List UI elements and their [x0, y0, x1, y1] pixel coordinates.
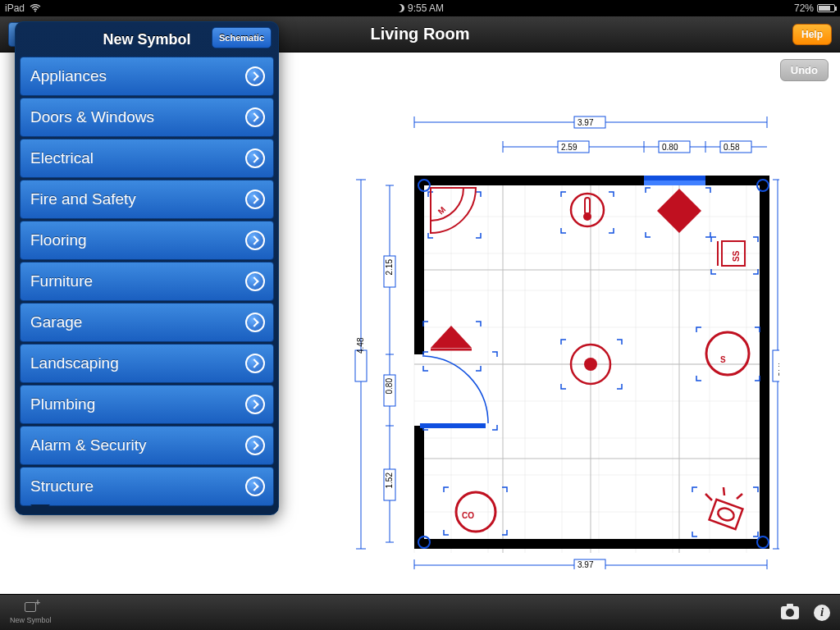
- svg-line-101: [705, 494, 712, 500]
- symbol-diamond-red[interactable]: [657, 189, 701, 233]
- schematic-button[interactable]: Schematic: [212, 27, 272, 48]
- chevron-right-icon: [245, 189, 265, 209]
- svg-rect-30: [414, 426, 424, 549]
- svg-point-88: [583, 212, 591, 221]
- svg-rect-33: [644, 176, 705, 180]
- svg-text:SS: SS: [732, 250, 741, 262]
- svg-rect-99: [710, 500, 743, 529]
- chevron-right-icon: [245, 477, 265, 496]
- chair-icon: [22, 600, 39, 615]
- page-title: Living Room: [370, 25, 469, 43]
- svg-text:0.80: 0.80: [385, 378, 394, 395]
- svg-text:CO: CO: [462, 511, 474, 520]
- camera-icon[interactable]: [781, 606, 799, 619]
- symbol-alarm[interactable]: [705, 487, 742, 529]
- category-furniture[interactable]: Furniture: [20, 262, 274, 301]
- chevron-right-icon: [245, 272, 265, 291]
- status-bar: iPad 9:55 AM 72%: [0, 0, 840, 16]
- svg-text:0.80: 0.80: [662, 143, 678, 152]
- clock: 9:55 AM: [408, 2, 444, 14]
- new-symbol-popover: New Symbol Schematic AppliancesDoors & W…: [15, 21, 279, 515]
- category-plumbing[interactable]: Plumbing: [20, 385, 274, 424]
- bottom-toolbar: New Symbol i: [0, 594, 840, 630]
- svg-rect-29: [414, 176, 424, 354]
- svg-line-102: [737, 494, 742, 499]
- popover-title: New Symbol Schematic: [16, 22, 278, 57]
- symbol-motion[interactable]: M: [431, 188, 476, 233]
- svg-point-94: [584, 358, 597, 371]
- chevron-right-icon: [245, 354, 265, 373]
- category-garage[interactable]: Garage: [20, 303, 274, 342]
- category-alarm-security[interactable]: Alarm & Security: [20, 426, 274, 465]
- svg-text:4.48: 4.48: [356, 337, 365, 354]
- svg-rect-87: [585, 198, 590, 214]
- new-symbol-button[interactable]: New Symbol: [10, 600, 52, 624]
- chevron-right-icon: [245, 66, 265, 86]
- svg-rect-31: [760, 176, 769, 549]
- svg-rect-65: [355, 350, 367, 381]
- wifi-icon: [30, 4, 41, 12]
- dnd-icon: [396, 4, 404, 12]
- battery-pct: 72%: [794, 2, 814, 14]
- svg-point-0: [34, 11, 36, 12]
- device-name: iPad: [5, 2, 25, 14]
- undo-button[interactable]: Undo: [780, 59, 829, 81]
- symbol-s[interactable]: S: [706, 332, 749, 375]
- category-landscaping[interactable]: Landscaping: [20, 344, 274, 383]
- floor-plan[interactable]: 3.97 2.59 0.80 0.58 3.97 4.48 4.48 2.15: [353, 110, 779, 569]
- svg-text:2.15: 2.15: [385, 259, 394, 276]
- category-list: AppliancesDoors & WindowsElectricalFire …: [20, 57, 274, 506]
- category-electrical[interactable]: Electrical: [20, 139, 274, 178]
- svg-text:2.59: 2.59: [561, 143, 578, 152]
- chevron-right-icon: [245, 313, 265, 332]
- chevron-right-icon: [245, 148, 265, 168]
- svg-rect-34: [644, 180, 705, 185]
- info-icon[interactable]: i: [814, 605, 830, 621]
- chevron-right-icon: [245, 231, 265, 250]
- svg-rect-32: [414, 539, 769, 549]
- svg-text:1.52: 1.52: [385, 472, 394, 489]
- category-fire-and-safety[interactable]: Fire and Safety: [20, 180, 274, 219]
- chevron-right-icon: [245, 107, 265, 127]
- svg-line-103: [724, 487, 724, 495]
- svg-text:0.58: 0.58: [724, 143, 740, 152]
- category-structure[interactable]: Structure: [20, 467, 274, 506]
- category-flooring[interactable]: Flooring: [20, 221, 274, 260]
- svg-text:M: M: [436, 205, 448, 217]
- svg-text:3.97: 3.97: [578, 560, 594, 569]
- svg-point-95: [706, 332, 749, 375]
- category-appliances[interactable]: Appliances: [20, 57, 274, 96]
- symbol-triangle[interactable]: [431, 326, 472, 349]
- battery-icon: [817, 4, 835, 12]
- chevron-right-icon: [245, 395, 265, 414]
- svg-rect-35: [420, 423, 486, 428]
- svg-text:4.48: 4.48: [777, 361, 779, 377]
- svg-point-100: [716, 506, 736, 523]
- svg-text:S: S: [720, 355, 726, 364]
- svg-rect-27: [414, 176, 644, 185]
- help-button[interactable]: Help: [792, 24, 832, 45]
- svg-text:3.97: 3.97: [578, 118, 594, 127]
- chevron-right-icon: [245, 436, 265, 455]
- category-doors-windows[interactable]: Doors & Windows: [20, 98, 274, 137]
